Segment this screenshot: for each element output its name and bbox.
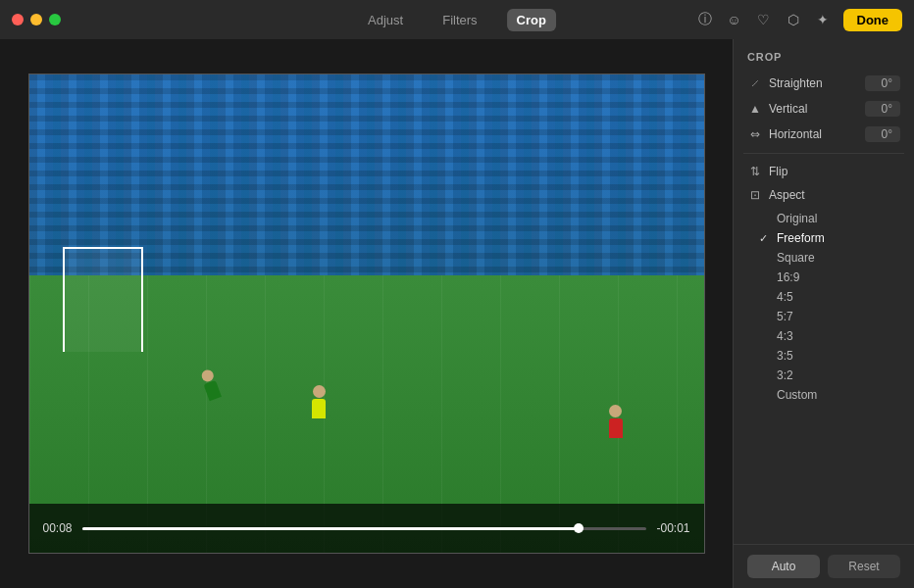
tab-bar: Adjust Filters Crop — [358, 9, 556, 31]
toolbar-right: ⓘ ☺ ♡ ⬡ ✦ Done — [696, 9, 903, 31]
aspect-custom-label: Custom — [777, 388, 817, 402]
share-icon[interactable]: ⬡ — [785, 11, 802, 28]
smiley-icon[interactable]: ☺ — [726, 11, 743, 28]
aspect-square[interactable]: Square — [734, 248, 914, 268]
16-9-check — [759, 271, 771, 283]
straighten-label: Straighten — [769, 76, 823, 90]
aspect-list: Original ✓ Freeform Square 16:9 4:5 5:7 — [734, 207, 914, 407]
4-5-check — [759, 291, 771, 303]
aspect-4-3-label: 4:3 — [777, 329, 793, 343]
aspect-square-label: Square — [777, 251, 815, 265]
minimize-button[interactable] — [30, 14, 42, 25]
5-7-check — [759, 311, 771, 322]
aspect-section[interactable]: ⊡ Aspect — [734, 183, 914, 207]
custom-check — [759, 389, 771, 401]
3-5-check — [759, 350, 771, 362]
info-icon[interactable]: ⓘ — [696, 11, 714, 28]
aspect-4-5[interactable]: 4:5 — [734, 287, 914, 307]
close-button[interactable] — [12, 14, 24, 25]
horizontal-row[interactable]: ⇔ Horizontal 0° — [743, 122, 904, 147]
scrubber-track[interactable] — [82, 527, 647, 530]
player-1-head — [313, 385, 326, 398]
scrubber-fill — [82, 527, 580, 530]
flip-section[interactable]: ⇅ Flip — [734, 160, 914, 183]
vertical-icon: ▲ — [747, 101, 763, 117]
square-check — [759, 252, 771, 264]
reset-button[interactable]: Reset — [828, 555, 900, 578]
video-controls: 00:08 -00:01 — [29, 504, 704, 553]
aspect-5-7-label: 5:7 — [777, 310, 793, 323]
player-1-body — [312, 399, 326, 418]
panel-footer: Auto Reset — [734, 544, 914, 588]
tab-filters[interactable]: Filters — [432, 9, 486, 31]
aspect-4-3[interactable]: 4:3 — [734, 326, 914, 346]
time-current: 00:08 — [43, 521, 73, 535]
player-right-body — [609, 418, 623, 438]
magic-icon[interactable]: ✦ — [814, 11, 832, 28]
aspect-icon: ⊡ — [747, 187, 763, 203]
vertical-label-group: ▲ Vertical — [747, 101, 807, 117]
controls-section: ⟋ Straighten 0° ▲ Vertical 0° ⇔ Horizont… — [734, 71, 914, 147]
aspect-freeform[interactable]: ✓ Freeform — [734, 228, 914, 248]
window-buttons — [12, 14, 61, 25]
aspect-4-5-label: 4:5 — [777, 290, 793, 304]
goal — [63, 247, 144, 352]
video-frame: 00:08 -00:01 — [28, 74, 705, 554]
heart-icon[interactable]: ♡ — [755, 11, 773, 28]
3-2-check — [759, 369, 771, 381]
straighten-label-group: ⟋ Straighten — [747, 75, 823, 91]
tab-crop[interactable]: Crop — [507, 9, 556, 31]
horizontal-label-group: ⇔ Horizontal — [747, 126, 822, 142]
aspect-label: Aspect — [769, 188, 805, 202]
aspect-3-5[interactable]: 3:5 — [734, 346, 914, 366]
aspect-original[interactable]: Original — [734, 209, 914, 228]
aspect-freeform-label: Freeform — [777, 231, 825, 245]
scrubber-thumb[interactable] — [574, 523, 584, 533]
vertical-value: 0° — [865, 101, 900, 117]
video-container: 00:08 -00:01 — [28, 74, 705, 554]
straighten-value: 0° — [865, 75, 900, 91]
flip-label: Flip — [769, 165, 787, 178]
tab-adjust[interactable]: Adjust — [358, 9, 413, 31]
aspect-3-5-label: 3:5 — [777, 349, 793, 363]
vertical-row[interactable]: ▲ Vertical 0° — [743, 96, 904, 122]
video-area: 00:08 -00:01 — [0, 39, 733, 588]
maximize-button[interactable] — [49, 14, 61, 25]
titlebar: Adjust Filters Crop ⓘ ☺ ♡ ⬡ ✦ Done — [0, 0, 914, 39]
time-remaining: -00:01 — [656, 521, 689, 535]
straighten-row[interactable]: ⟋ Straighten 0° — [743, 71, 904, 96]
straighten-icon: ⟋ — [747, 75, 763, 91]
vertical-label: Vertical — [769, 102, 807, 116]
4-3-check — [759, 330, 771, 342]
auto-button[interactable]: Auto — [747, 555, 820, 578]
aspect-3-2-label: 3:2 — [777, 368, 793, 382]
freeform-check: ✓ — [759, 232, 771, 245]
aspect-original-label: Original — [777, 212, 817, 225]
right-panel: CROP ⟋ Straighten 0° ▲ Vertical 0° — [733, 39, 914, 588]
aspect-custom[interactable]: Custom — [734, 385, 914, 405]
flip-icon: ⇅ — [747, 164, 763, 179]
horizontal-value: 0° — [865, 126, 900, 142]
horizontal-icon: ⇔ — [747, 126, 763, 142]
original-check — [759, 213, 771, 224]
aspect-3-2[interactable]: 3:2 — [734, 366, 914, 385]
horizontal-label: Horizontal — [769, 127, 822, 141]
player-right — [609, 405, 623, 438]
main-content: 00:08 -00:01 CROP ⟋ Straighten — [0, 39, 914, 588]
aspect-16-9-label: 16:9 — [777, 270, 799, 284]
done-button[interactable]: Done — [843, 9, 903, 31]
player-1 — [312, 385, 326, 418]
player-right-head — [609, 405, 622, 417]
aspect-16-9[interactable]: 16:9 — [734, 268, 914, 287]
aspect-5-7[interactable]: 5:7 — [734, 307, 914, 326]
panel-header: CROP — [734, 39, 914, 71]
divider-1 — [743, 153, 904, 154]
